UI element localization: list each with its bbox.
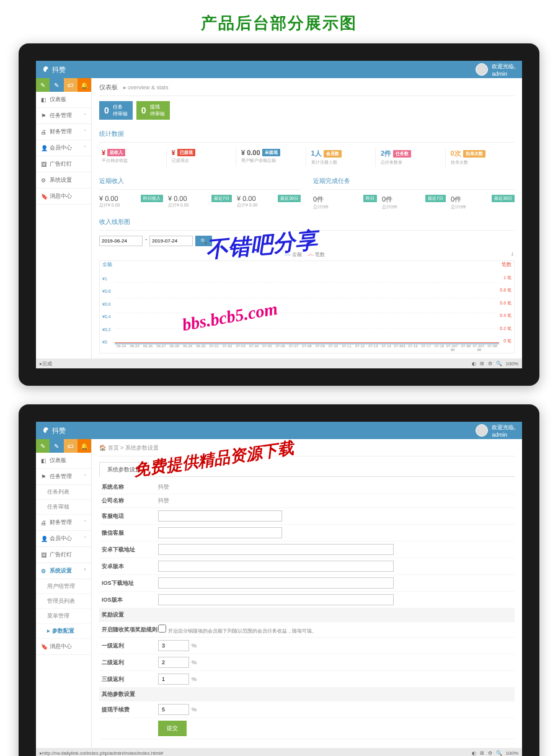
metric-card: 1人会员数累计注册人数: [309, 148, 376, 167]
quick-btn-2[interactable]: ✎: [50, 439, 63, 453]
wechat-input[interactable]: [158, 527, 282, 538]
brand: 抖赞: [42, 426, 66, 435]
sidebar-item-messages[interactable]: 🔖消息中心: [36, 639, 91, 655]
income-item: ¥ 0.00 最近7日总计¥ 0.00: [168, 195, 232, 208]
stats-section-title: 统计数据: [99, 126, 515, 143]
sidebar-item-members[interactable]: 👤会员中心˅: [36, 140, 91, 156]
sidebar-sub-task-list[interactable]: 任务列表: [36, 485, 91, 500]
sidebar-item-messages[interactable]: 🔖消息中心: [36, 189, 91, 205]
sidebar-item-ads[interactable]: 🖼广告灯灯: [36, 156, 91, 172]
breadcrumb: 仪表板 ▸ overview & stats: [99, 83, 515, 96]
breadcrumb: 🏠 首页 > 系统参数设置: [99, 444, 515, 456]
avatar: [476, 424, 488, 437]
task-item: 0件 最近30日总计0件: [451, 195, 515, 210]
sidebar-item-finance[interactable]: 🖨财务管理˅: [36, 515, 91, 531]
monitor-frame-1: 抖赞 欢迎光临,admin ✎ ✎ 🏷 🔔 ◧仪表板 ⚑任务管理˅: [19, 43, 539, 386]
app-header: 抖赞 欢迎光临,admin: [36, 422, 522, 439]
quick-btn-3[interactable]: 🏷: [64, 78, 78, 92]
task-item: 0件 昨日总计0件: [313, 195, 377, 210]
sidebar: ✎ ✎ 🏷 🔔 ◧仪表板 ⚑任务管理˅ 任务列表 任务审核 🖨财务管理˅ 👤会员…: [36, 439, 92, 748]
sidebar-item-finance[interactable]: 🖨财务管理˅: [36, 124, 91, 140]
sidebar-item-system[interactable]: ⚙系统设置: [36, 172, 91, 189]
sidebar-sub-params[interactable]: 参数配置: [36, 624, 91, 639]
quick-btn-1[interactable]: ✎: [36, 78, 50, 92]
task-item: 0件 最近7日总计0件: [382, 195, 446, 210]
sidebar-sub-usergroup[interactable]: 用户组管理: [36, 579, 91, 594]
company-name-value: 抖赞: [158, 497, 515, 505]
bonus-l1-input[interactable]: [158, 640, 189, 651]
income-item: ¥ 0.00 昨日收入总计¥ 0.00: [99, 195, 163, 208]
income-item: ¥ 0.00 最近30日总计¥ 0.00: [237, 195, 301, 208]
status-bar: ▸ http://rw.dailylink.cn/index.php/admin…: [36, 748, 522, 756]
user-menu[interactable]: 欢迎光临,admin: [476, 63, 516, 77]
withdraw-fee-input[interactable]: [158, 704, 189, 715]
sidebar-item-dashboard[interactable]: ◧仪表板: [36, 92, 91, 108]
stat-pending-tasks[interactable]: 0 任务待审核: [99, 101, 133, 120]
chart-legend: -○- 金额 -○- 笔数 ⤓: [99, 251, 515, 258]
user-menu[interactable]: 欢迎光临,admin: [476, 424, 516, 438]
app-header: 抖赞 欢迎光临,admin: [36, 61, 522, 78]
bonus-rule-checkbox[interactable]: [158, 625, 166, 633]
bonus-l2-input[interactable]: [158, 657, 189, 668]
leaf-icon: [42, 427, 50, 434]
page-title: 产品后台部分展示图: [0, 0, 558, 43]
system-name-value: 抖赞: [158, 483, 515, 491]
sidebar-item-system[interactable]: ⚙系统设置˅: [36, 563, 91, 579]
submit-button[interactable]: 提交: [158, 721, 187, 736]
metric-card: ¥已提现已提现金: [169, 148, 237, 167]
metric-card: 0次抢单次数抢单次数: [448, 148, 515, 167]
quick-btn-2[interactable]: ✎: [50, 78, 63, 92]
sidebar-item-tasks[interactable]: ⚑任务管理˅: [36, 469, 91, 485]
sidebar-item-ads[interactable]: 🖼广告灯灯: [36, 547, 91, 563]
date-to-input[interactable]: [149, 236, 193, 246]
brand: 抖赞: [42, 65, 66, 74]
android-url-input[interactable]: [158, 544, 394, 555]
quick-btn-4[interactable]: 🔔: [78, 78, 91, 92]
sidebar-item-members[interactable]: 👤会员中心˅: [36, 531, 91, 547]
sidebar-sub-admins[interactable]: 管理员列表: [36, 594, 91, 609]
quick-btn-1[interactable]: ✎: [36, 439, 50, 453]
bonus-l3-input[interactable]: [158, 674, 189, 685]
income-section-title: 近期收入: [99, 173, 301, 190]
android-ver-input[interactable]: [158, 561, 394, 572]
metric-card: ¥总收入平台佣金收益: [99, 148, 167, 167]
phone-input[interactable]: [158, 510, 282, 522]
sidebar-sub-menus[interactable]: 菜单管理: [36, 609, 91, 624]
monitor-frame-2: 抖赞 欢迎光临,admin ✎ ✎ 🏷 🔔 ◧仪表板 ⚑任务管理˅: [19, 404, 539, 756]
quick-btn-3[interactable]: 🏷: [64, 439, 78, 453]
sidebar-item-dashboard[interactable]: ◧仪表板: [36, 453, 91, 469]
ios-url-input[interactable]: [158, 577, 394, 589]
search-button[interactable]: 🔍: [195, 236, 212, 246]
ios-ver-input[interactable]: [158, 594, 394, 605]
tasks-section-title: 近期完成任务: [313, 173, 515, 190]
income-chart: 金额¥1¥0.8¥0.6¥0.4¥0.2¥0 笔数1 笔0.8 笔0.6 笔0.…: [99, 260, 515, 354]
sidebar-item-tasks[interactable]: ⚑任务管理˅: [36, 108, 91, 124]
sidebar-sub-task-review[interactable]: 任务审核: [36, 500, 91, 515]
quick-btn-4[interactable]: 🔔: [78, 439, 91, 453]
metric-card: 2件任务数总任务数量: [378, 148, 446, 167]
chart-section-title: 收入线形图: [99, 214, 515, 231]
leaf-icon: [42, 66, 50, 73]
stat-pending-withdraw[interactable]: 0 提现待审核: [136, 101, 170, 120]
avatar: [476, 63, 488, 76]
date-from-input[interactable]: [99, 236, 143, 246]
status-bar: ▸ 完成 ◐⊞⚙🔍100%: [36, 358, 522, 368]
sidebar: ✎ ✎ 🏷 🔔 ◧仪表板 ⚑任务管理˅ 🖨财务管理˅ 👤会员中心˅ 🖼广告灯灯 …: [36, 78, 92, 358]
download-icon[interactable]: ⤓: [510, 251, 515, 257]
tab-system-params[interactable]: 系统参数设置: [99, 462, 149, 477]
metric-card: ¥ 0.00未提现用户账户余额总额: [239, 148, 306, 167]
